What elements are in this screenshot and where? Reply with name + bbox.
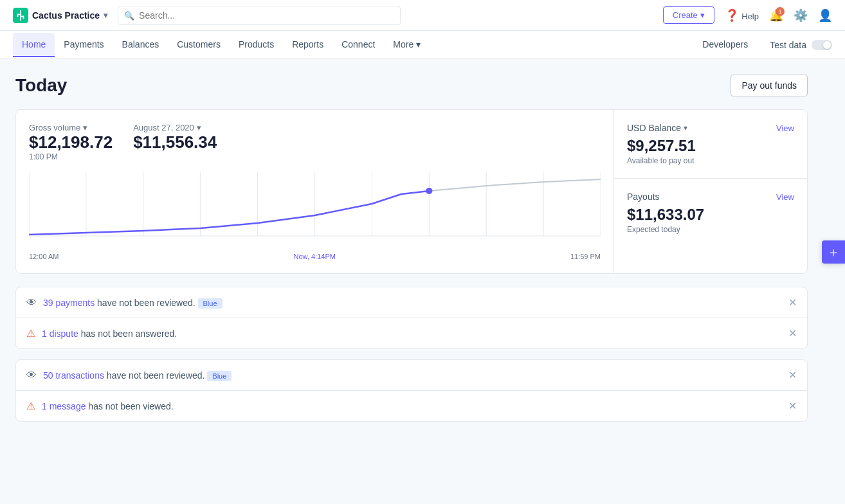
gross-volume-value: $12,198.72	[29, 132, 113, 152]
nav-customers[interactable]: Customers	[168, 33, 230, 57]
chart-panel: Gross volume ▾ $12,198.72 1:00 PM August…	[16, 110, 614, 273]
payouts-view-link[interactable]: View	[776, 192, 794, 202]
notif-message-close[interactable]: ✕	[788, 400, 797, 412]
balance-sub: Available to pay out	[627, 156, 794, 165]
user-icon: 👤	[818, 9, 832, 22]
chart-footer: 12:00 AM Now, 4:14PM 11:59 PM	[29, 253, 601, 260]
transactions-badge: Blue	[207, 371, 232, 381]
message-link[interactable]: 1 message	[42, 401, 86, 411]
nav-connect[interactable]: Connect	[332, 33, 384, 57]
navbar-right: Create ▾ ❓ Help 🔔 1 ⚙️ 👤	[663, 6, 832, 24]
eye-icon: 👁	[26, 297, 37, 309]
date-value: $11,556.34	[133, 132, 217, 152]
gross-volume-metric: Gross volume ▾ $12,198.72 1:00 PM	[29, 123, 113, 161]
date-label: August 27, 2020 ▾	[133, 123, 217, 132]
page-title: Today	[15, 75, 67, 96]
test-data-toggle[interactable]: Test data	[770, 40, 832, 50]
payouts-title: Payouts	[627, 192, 660, 202]
chevron-down-icon[interactable]: ▾	[83, 123, 87, 132]
notif-message: ⚠ 1 message has not been viewed. ✕	[16, 391, 807, 421]
date-chevron-icon[interactable]: ▾	[197, 123, 201, 132]
nav-reports[interactable]: Reports	[283, 33, 332, 57]
usd-balance-title: USD Balance ▾	[627, 123, 687, 133]
dashboard-grid: Gross volume ▾ $12,198.72 1:00 PM August…	[15, 109, 808, 274]
cactus-icon	[13, 8, 28, 23]
search-bar[interactable]: 🔍	[118, 6, 401, 25]
payout-button[interactable]: Pay out funds	[731, 75, 808, 96]
gross-volume-label: Gross volume ▾	[29, 123, 113, 132]
payments-badge: Blue	[198, 298, 223, 309]
fab-add-button[interactable]: ＋	[822, 240, 845, 264]
gear-icon: ⚙️	[794, 9, 808, 22]
notification-group-2: 👁 50 transactions have not been reviewed…	[15, 359, 808, 422]
eye-icon-2: 👁	[26, 370, 37, 381]
search-icon: 🔍	[124, 10, 134, 20]
create-button[interactable]: Create ▾	[663, 6, 714, 24]
payouts-amount: $11,633.07	[627, 206, 794, 224]
usd-balance-header: USD Balance ▾ View	[627, 123, 794, 133]
notif-transactions-text: 50 transactions have not been reviewed. …	[43, 370, 782, 381]
chart-time-start: 12:00 AM	[29, 253, 59, 260]
brand-name: Cactus Practice	[32, 10, 100, 21]
subnav-right: Developers Test data	[693, 33, 832, 57]
balance-amount: $9,257.51	[627, 137, 794, 155]
nav-more[interactable]: More ▾	[384, 33, 430, 57]
help-button[interactable]: ❓ Help	[725, 8, 759, 22]
help-icon: ❓	[725, 9, 739, 22]
brand-chevron: ▾	[104, 11, 107, 20]
settings-button[interactable]: ⚙️	[794, 8, 808, 22]
warning-icon-2: ⚠	[26, 400, 35, 412]
transactions-link[interactable]: 50 transactions	[43, 370, 104, 381]
subnav: Home Payments Balances Customers Product…	[0, 31, 845, 59]
notification-badge: 1	[776, 7, 785, 16]
nav-developers[interactable]: Developers	[693, 33, 757, 57]
side-panel: USD Balance ▾ View $9,257.51 Available t…	[614, 110, 807, 273]
brand-logo[interactable]: Cactus Practice ▾	[13, 8, 107, 23]
payments-link[interactable]: 39 payments	[43, 298, 95, 308]
notif-payments: 👁 39 payments have not been reviewed. Bl…	[16, 287, 807, 318]
payouts-header: Payouts View	[627, 192, 794, 202]
test-data-label: Test data	[770, 40, 806, 50]
nav-products[interactable]: Products	[230, 33, 283, 57]
payouts-section: Payouts View $11,633.07 Expected today	[614, 179, 807, 247]
nav-home[interactable]: Home	[13, 33, 55, 57]
warning-icon: ⚠	[26, 327, 35, 339]
chart-dot	[426, 188, 432, 194]
top-navbar: Cactus Practice ▾ 🔍 Create ▾ ❓ Help 🔔 1 …	[0, 0, 845, 31]
nav-payments[interactable]: Payments	[55, 33, 113, 57]
chart-time-end: 11:59 PM	[570, 253, 601, 260]
notif-transactions: 👁 50 transactions have not been reviewed…	[16, 360, 807, 391]
search-input[interactable]	[118, 6, 401, 25]
dispute-link[interactable]: 1 dispute	[42, 328, 78, 339]
notification-group-1: 👁 39 payments have not been reviewed. Bl…	[15, 287, 808, 349]
page-header: Today Pay out funds	[15, 75, 808, 96]
balance-view-link[interactable]: View	[776, 123, 794, 133]
notif-message-text: 1 message has not been viewed.	[42, 401, 782, 411]
main-content: Today Pay out funds Gross volume ▾ $12,1…	[0, 59, 823, 447]
gross-volume-sub: 1:00 PM	[29, 152, 113, 161]
payouts-sub: Expected today	[627, 225, 794, 234]
date-metric: August 27, 2020 ▾ $11,556.34	[133, 123, 217, 152]
chart-header: Gross volume ▾ $12,198.72 1:00 PM August…	[29, 123, 601, 161]
notif-payments-close[interactable]: ✕	[788, 296, 797, 309]
notifications-section: 👁 39 payments have not been reviewed. Bl…	[15, 287, 808, 432]
balance-chevron-icon[interactable]: ▾	[684, 123, 687, 132]
plus-icon: ＋	[827, 246, 840, 258]
chart-time-now: Now, 4:14PM	[293, 253, 335, 260]
notif-payments-text: 39 payments have not been reviewed. Blue	[43, 298, 782, 308]
notif-dispute: ⚠ 1 dispute has not been answered. ✕	[16, 318, 807, 348]
notif-transactions-close[interactable]: ✕	[788, 369, 797, 381]
nav-balances[interactable]: Balances	[113, 33, 168, 57]
notif-dispute-text: 1 dispute has not been answered.	[42, 328, 782, 339]
profile-button[interactable]: 👤	[818, 8, 832, 22]
chart-area	[29, 172, 601, 249]
chart-svg	[29, 172, 601, 242]
usd-balance-section: USD Balance ▾ View $9,257.51 Available t…	[614, 110, 807, 179]
test-data-pill[interactable]	[812, 40, 832, 50]
help-label: Help	[741, 12, 759, 21]
notif-dispute-close[interactable]: ✕	[788, 327, 797, 339]
notifications-button[interactable]: 🔔 1	[769, 8, 783, 22]
